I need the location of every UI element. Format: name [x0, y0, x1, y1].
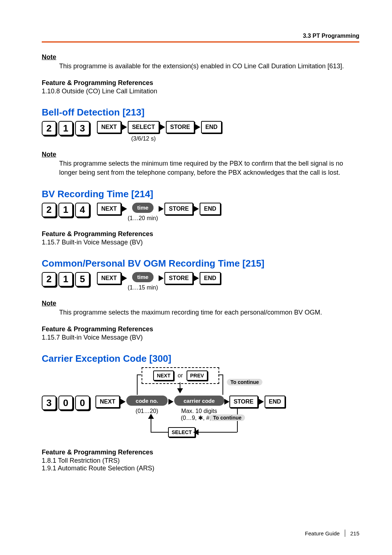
- store-key: STORE: [164, 203, 193, 215]
- arrow-right-icon: [159, 206, 164, 212]
- arrow-right-icon: [168, 399, 173, 405]
- flow-213: 2 1 3 NEXT SELECT (3/6/12 s) STORE END: [42, 121, 359, 142]
- references-body: 1.15.7 Built-in Voice Message (BV): [42, 334, 359, 341]
- arrow-right-icon: [160, 124, 165, 130]
- references-body: 1.15.7 Built-in Voice Message (BV): [42, 239, 359, 246]
- digit-key: 2: [42, 121, 56, 135]
- flow-214: 2 1 4 NEXT time (1…20 min) STORE END: [42, 203, 359, 222]
- next-key: NEXT: [95, 396, 120, 408]
- store-key: STORE: [229, 396, 258, 408]
- end-key: END: [265, 396, 286, 408]
- digit-key: 0: [75, 396, 90, 410]
- end-key: END: [201, 121, 222, 133]
- arrow-right-icon: [259, 399, 264, 405]
- arrow-down-icon: [177, 388, 183, 393]
- end-key: END: [200, 203, 221, 215]
- arrow-left-icon: [193, 429, 199, 435]
- arrow-up-icon: [148, 414, 154, 419]
- prev-key: PREV: [187, 370, 208, 381]
- digit-key: 4: [75, 203, 90, 217]
- arrow-right-icon: [194, 275, 199, 281]
- footer-guide: Feature Guide: [305, 530, 340, 536]
- section-heading-300: Carrier Exception Code [300]: [42, 353, 359, 364]
- arrow-right-icon: [121, 399, 126, 405]
- note-label: Note: [42, 300, 359, 307]
- references-body: 1.9.1 Automatic Route Selection (ARS): [42, 465, 359, 472]
- flow-215: 2 1 5 NEXT time (1…15 min) STORE END: [42, 272, 359, 291]
- note-label: Note: [42, 53, 359, 61]
- digit-key: 0: [58, 396, 73, 410]
- next-key: NEXT: [97, 121, 121, 133]
- footer-page-number: 215: [350, 530, 359, 536]
- header-section: 3.3 PT Programming: [303, 33, 359, 39]
- arrow-right-icon: [195, 124, 200, 130]
- carrier-code-pill: carrier code: [174, 396, 224, 406]
- arrow-right-icon: [159, 275, 164, 281]
- or-text: or: [175, 372, 185, 379]
- note-body: This programme is available for the exte…: [59, 62, 359, 70]
- arrow-right-icon: [194, 206, 199, 212]
- to-continue-badge: To continue: [227, 379, 262, 385]
- select-subtext: (3/6/12 s): [131, 135, 156, 142]
- store-key: STORE: [164, 272, 193, 284]
- arrow-right-icon: [224, 399, 229, 405]
- time-pill: time: [132, 272, 154, 282]
- time-pill: time: [132, 203, 154, 213]
- next-key: NEXT: [97, 272, 121, 284]
- store-key: STORE: [166, 121, 195, 133]
- to-continue-badge: To continue: [209, 414, 245, 421]
- digit-key: 5: [75, 272, 90, 287]
- references-label: Feature & Programming References: [42, 449, 359, 456]
- section-heading-214: BV Recording Time [214]: [42, 189, 359, 200]
- digit-key: 3: [75, 121, 90, 135]
- footer-separator: [345, 530, 345, 537]
- page-footer: Feature Guide 215: [305, 530, 359, 537]
- references-body: 1.10.8 Outside (CO) Line Call Limitation: [42, 88, 359, 95]
- references-label: Feature & Programming References: [42, 79, 359, 87]
- next-key: NEXT: [97, 203, 121, 215]
- code-no-pill: code no.: [126, 396, 168, 406]
- page-header: 3.3 PT Programming: [42, 33, 359, 42]
- select-key: SELECT: [128, 121, 159, 133]
- arrow-right-icon: [122, 275, 127, 281]
- arrow-right-icon: [122, 206, 127, 212]
- end-key: END: [200, 272, 221, 284]
- flow-300: NEXT or PREV To continue 3 0 0 NEXT code…: [42, 367, 318, 440]
- note-body: This programme selects the minimum time …: [59, 159, 359, 177]
- arrow-right-icon: [122, 124, 127, 130]
- digit-key: 2: [42, 272, 56, 287]
- section-heading-215: Common/Personal BV OGM Recording Time [2…: [42, 258, 359, 269]
- select-key: SELECT: [168, 427, 195, 437]
- note-body: This programme selects the maximum recor…: [59, 308, 359, 317]
- digit-key: 3: [42, 396, 56, 410]
- digit-key: 1: [58, 121, 73, 135]
- digit-key: 1: [58, 203, 73, 217]
- note-label: Note: [42, 151, 359, 158]
- digit-key: 2: [42, 203, 56, 217]
- section-heading-213: Bell-off Detection [213]: [42, 107, 359, 118]
- time-subtext: (1…15 min): [128, 284, 158, 291]
- next-key: NEXT: [153, 370, 174, 381]
- digit-key: 1: [58, 272, 73, 287]
- time-subtext: (1…20 min): [128, 215, 158, 222]
- references-label: Feature & Programming References: [42, 230, 359, 238]
- code-subtext: (01…20): [136, 408, 158, 414]
- references-body: 1.8.1 Toll Restriction (TRS): [42, 457, 359, 465]
- references-label: Feature & Programming References: [42, 325, 359, 333]
- carrier-subtext-1: Max. 10 digits: [181, 408, 217, 414]
